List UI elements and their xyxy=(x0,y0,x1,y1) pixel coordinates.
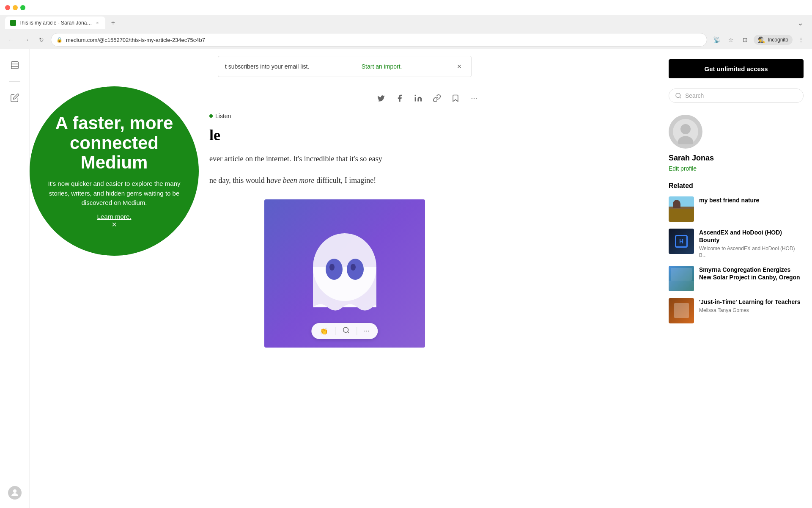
back-button[interactable]: ← xyxy=(5,34,17,46)
image-toolbar: 👏 ··· xyxy=(311,323,378,339)
related-article-title-1: AscendEX and HoDooi (HOD) Bounty xyxy=(699,229,804,244)
listen-dot xyxy=(209,114,213,118)
related-thumbnail-0 xyxy=(669,196,694,222)
related-article-title-2: Smyrna Congregation Energizes New Solar … xyxy=(699,266,804,281)
article-body-2-em: ave been more xyxy=(270,176,314,185)
author-avatar xyxy=(669,115,702,149)
address-text: medium.com/@c1552702/this-is-my-article-… xyxy=(66,37,702,43)
related-text-0: my best friend nature xyxy=(699,196,804,206)
get-unlimited-access-button[interactable]: Get unlimited access xyxy=(669,59,804,78)
forward-button[interactable]: → xyxy=(20,34,32,46)
related-item-1[interactable]: H AscendEX and HoDooi (HOD) Bounty Welco… xyxy=(669,229,804,259)
tab-search-icon[interactable]: ⊡ xyxy=(739,34,751,46)
tab-favicon xyxy=(10,20,16,26)
promo-overlay: A faster, more connected Medium It's now… xyxy=(30,86,199,256)
related-article-title-3: 'Just-in-Time' Learning for Teachers xyxy=(699,298,804,306)
related-article-subtitle-1: Welcome to AscendEX and HoDooi (HOD) B..… xyxy=(699,246,804,259)
right-sidebar: Get unlimited access Search Sarah Jonas … xyxy=(660,49,812,508)
notification-close-button[interactable]: × xyxy=(454,61,464,72)
sidebar-list-icon[interactable] xyxy=(7,58,22,73)
related-thumbnail-1: H xyxy=(669,229,694,254)
author-name: Sarah Jonas xyxy=(669,154,714,163)
svg-point-7 xyxy=(326,259,343,280)
active-tab[interactable]: This is my article - Sarah Jona… × xyxy=(5,17,105,29)
address-bar-row: ← → ↻ 🔒 medium.com/@c1552702/this-is-my-… xyxy=(0,30,812,49)
author-section: Sarah Jonas Edit profile xyxy=(669,115,804,172)
svg-point-8 xyxy=(347,259,364,280)
overlay-title: A faster, more connected Medium xyxy=(47,113,182,172)
page-wrapper: A faster, more connected Medium It's now… xyxy=(0,49,812,508)
article-area: ··· Listen le ever article on the intern… xyxy=(192,84,497,369)
svg-rect-0 xyxy=(11,62,18,69)
article-title: le xyxy=(209,126,480,144)
linkedin-share-icon[interactable] xyxy=(412,92,424,104)
related-article-title-0: my best friend nature xyxy=(699,196,804,204)
left-sidebar xyxy=(0,49,30,508)
svg-point-10 xyxy=(351,264,356,271)
svg-point-12 xyxy=(676,93,680,98)
related-item-2[interactable]: Smyrna Congregation Energizes New Solar … xyxy=(669,266,804,291)
edit-profile-link[interactable]: Edit profile xyxy=(669,165,697,172)
tab-close-button[interactable]: × xyxy=(94,20,100,26)
tab-bar: This is my article - Sarah Jona… × + ⌄ xyxy=(0,15,812,30)
facebook-share-icon[interactable] xyxy=(394,92,406,104)
address-bar[interactable]: 🔒 medium.com/@c1552702/this-is-my-articl… xyxy=(51,33,707,47)
more-options-icon[interactable]: ··· xyxy=(468,92,480,104)
traffic-lights xyxy=(5,5,25,10)
article-body-2-start: ne day, this would h xyxy=(209,176,270,185)
search-bar[interactable]: Search xyxy=(669,88,804,103)
link-copy-icon[interactable] xyxy=(431,92,443,104)
incognito-icon: 🕵️ xyxy=(758,36,765,43)
browser-actions: 📡 ☆ ⊡ 🕵️ Incognito ⋮ xyxy=(710,34,807,46)
related-text-2: Smyrna Congregation Energizes New Solar … xyxy=(699,266,804,283)
reload-button[interactable]: ↻ xyxy=(36,34,47,46)
overlay-close-button[interactable]: × xyxy=(108,218,120,230)
overlay-subtitle: It's now quicker and easier to explore t… xyxy=(47,179,182,208)
related-thumbnail-3 xyxy=(669,298,694,323)
twitter-share-icon[interactable] xyxy=(375,92,387,104)
search-icon xyxy=(675,92,682,99)
sidebar-edit-icon[interactable] xyxy=(7,90,22,105)
close-traffic-light[interactable] xyxy=(5,5,10,10)
menu-icon[interactable]: ⋮ xyxy=(795,34,807,46)
toolbar-divider-1 xyxy=(335,327,335,335)
related-text-3: 'Just-in-Time' Learning for Teachers Mel… xyxy=(699,298,804,314)
related-item-0[interactable]: my best friend nature xyxy=(669,196,804,222)
article-image: 👏 ··· xyxy=(264,199,425,348)
cast-icon[interactable]: 📡 xyxy=(710,34,722,46)
lock-icon: 🔒 xyxy=(56,37,63,43)
incognito-button[interactable]: 🕵️ Incognito xyxy=(754,35,793,45)
related-article-subtitle-3: Melissa Tanya Gomes xyxy=(699,307,804,314)
main-content: A faster, more connected Medium It's now… xyxy=(30,49,660,508)
related-item-3[interactable]: 'Just-in-Time' Learning for Teachers Mel… xyxy=(669,298,804,323)
article-image-container: 👏 ··· xyxy=(209,199,480,348)
related-section: Related my best friend nature xyxy=(669,182,804,323)
svg-point-4 xyxy=(415,95,416,96)
svg-rect-6 xyxy=(313,267,376,307)
article-actions: ··· xyxy=(209,92,480,104)
new-tab-button[interactable]: + xyxy=(107,17,119,29)
svg-point-14 xyxy=(680,124,691,134)
svg-point-9 xyxy=(329,264,335,271)
article-body-1: ever article on the internet. It's incre… xyxy=(209,152,480,166)
sidebar-user-avatar[interactable] xyxy=(8,486,22,500)
notification-text: t subscribers into your email list. xyxy=(225,63,309,70)
related-section-title: Related xyxy=(669,182,804,190)
toolbar-divider-2 xyxy=(357,327,357,335)
image-more-options-icon[interactable]: ··· xyxy=(364,327,369,335)
tabs-menu-button[interactable]: ⌄ xyxy=(794,17,807,29)
svg-point-3 xyxy=(13,489,16,493)
bookmark-star-icon[interactable]: ☆ xyxy=(725,34,737,46)
listen-button[interactable]: Listen xyxy=(209,113,480,119)
maximize-traffic-light[interactable] xyxy=(20,5,25,10)
svg-point-11 xyxy=(343,327,348,332)
article-body-2-rest: difficult, I imagine! xyxy=(315,176,376,185)
search-in-image-icon[interactable] xyxy=(342,326,350,336)
clap-icon[interactable]: 👏 xyxy=(320,327,328,335)
notification-import-link[interactable]: Start an import. xyxy=(362,63,402,70)
bookmark-icon[interactable] xyxy=(450,92,461,104)
minimize-traffic-light[interactable] xyxy=(13,5,18,10)
search-placeholder: Search xyxy=(685,92,797,99)
incognito-label: Incognito xyxy=(768,37,788,43)
article-body-2: ne day, this would have been more diffic… xyxy=(209,174,480,187)
